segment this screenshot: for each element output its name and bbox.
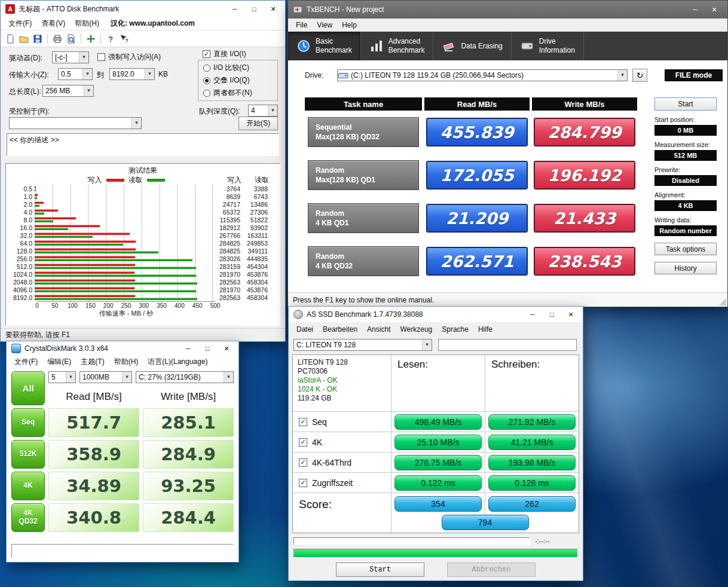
side-field-value: 0 MB <box>654 125 717 136</box>
tab-basic-benchmark[interactable]: BasicBenchmark <box>288 32 361 60</box>
cdm-menu-theme[interactable]: 主题(T) <box>77 356 108 368</box>
cdm-titlebar[interactable]: CrystalDiskMark 3.0.3 x64 ─ □ ✕ <box>7 341 238 356</box>
drive-select[interactable]: (C:) LITEON T9 128 119.24 GB (250,066,94… <box>337 69 628 81</box>
task-name-button[interactable]: Random4 KB QD1 <box>308 203 419 233</box>
asssd-maximize-button[interactable]: □ <box>542 309 561 320</box>
asssd-close-button[interactable]: ✕ <box>561 309 580 320</box>
transfer-from-select[interactable]: 0.5▼ <box>58 68 93 80</box>
write-value: 282563 <box>213 279 240 286</box>
atto-menu-view[interactable]: 查看(V) <box>37 17 69 30</box>
write-header[interactable]: Write MB/s <box>532 97 637 111</box>
cdm-all-button[interactable]: All <box>11 371 45 405</box>
transfer-to-select[interactable]: 8192.0▼ <box>109 68 155 80</box>
txbench-menu-file[interactable]: File <box>292 20 311 30</box>
read-header[interactable]: Read MB/s <box>424 97 530 111</box>
open-file-icon[interactable] <box>18 33 30 45</box>
read-bar <box>35 204 39 207</box>
controlled-by-select[interactable]: ▼ <box>9 117 142 129</box>
atto-titlebar[interactable]: A 无标题 - ATTO Disk Benchmark ─ □ ✕ <box>1 1 285 17</box>
help-icon[interactable]: ? <box>105 33 117 45</box>
write-value: 182912 <box>213 224 240 231</box>
tab-data-erasing[interactable]: Data Erasing <box>433 32 511 60</box>
asssd-menu-bearbeiten[interactable]: Bearbeiten <box>319 324 362 335</box>
test-checkbox[interactable]: ✓ <box>299 479 307 487</box>
test-count-select[interactable]: 5▼ <box>48 371 76 383</box>
print-preview-icon[interactable] <box>65 33 77 45</box>
txbench-titlebar[interactable]: TxBENCH - New project ─ ✕ <box>288 1 727 19</box>
asssd-menu-werkzeug[interactable]: Werkzeug <box>396 324 436 335</box>
print-icon[interactable] <box>51 33 63 45</box>
txbench-menu-view[interactable]: View <box>313 20 337 30</box>
cdm-test-button[interactable]: Seq <box>11 408 45 437</box>
neither-radio[interactable]: 两者都不(N) <box>203 88 273 98</box>
cdm-test-button[interactable]: 512K <box>11 440 45 469</box>
refresh-drives-button[interactable]: ↻ <box>632 69 647 82</box>
asssd-start-button[interactable]: Start <box>336 562 424 577</box>
pan-icon[interactable] <box>85 33 97 45</box>
cdm-test-button[interactable]: 4K <box>11 472 45 500</box>
description-text[interactable]: << 你的描述 >> <box>7 133 279 156</box>
cdm-menu-language[interactable]: 语言(L)(Language) <box>143 356 212 368</box>
context-help-icon[interactable]: ? <box>118 33 130 45</box>
cdm-test-button[interactable]: 4K QD32 <box>11 503 45 532</box>
txbench-status-text: Press the F1 key to show the online manu… <box>293 296 434 304</box>
read-bar <box>35 212 44 215</box>
history-button[interactable]: History <box>654 262 717 274</box>
atto-maximize-button[interactable]: □ <box>244 4 264 15</box>
force-write-checkbox[interactable]: 强制写入访问(A) <box>97 52 161 62</box>
test-checkbox[interactable]: ✓ <box>299 458 307 467</box>
asssd-drive-select[interactable]: C: LITEON T9 128▼ <box>293 339 432 351</box>
cdm-menu-file[interactable]: 文件(F) <box>10 356 42 368</box>
txbench-close-button[interactable]: ✕ <box>705 4 724 16</box>
toolbar-separator <box>100 34 101 44</box>
cdm-menu-edit[interactable]: 编辑(E) <box>43 356 75 368</box>
task-name-button[interactable]: SequentialMax(128 KB) QD32 <box>308 117 419 147</box>
atto-menu-help[interactable]: 帮助(H) <box>71 17 103 30</box>
atto-close-button[interactable]: ✕ <box>264 4 283 15</box>
overlapped-io-radio[interactable]: 交叠 I/O(Q) <box>203 75 273 85</box>
txbench-menu-help[interactable]: Help <box>338 20 361 30</box>
atto-controls-panel: 驱动器(D): [-c-]▼ 强制写入访问(A) 传输大小(Z): 0.5▼ 到… <box>1 47 285 133</box>
write-value: 281970 <box>213 271 240 278</box>
cdm-menu-help[interactable]: 帮助(H) <box>110 356 143 368</box>
test-checkbox[interactable]: ✓ <box>299 418 307 426</box>
save-icon[interactable] <box>32 33 44 45</box>
file-mode-button[interactable]: FILE mode <box>665 69 723 81</box>
asssd-empty-input[interactable] <box>438 339 577 351</box>
block-size-label: 32.0 <box>8 232 35 239</box>
queue-depth-select[interactable]: 4▼ <box>248 105 278 117</box>
drive-select[interactable]: [-c-]▼ <box>52 51 89 63</box>
asssd-menu-ansicht[interactable]: Ansicht <box>363 324 394 335</box>
atto-menu-file[interactable]: 文件(F) <box>4 17 36 30</box>
io-compare-radio[interactable]: I/O 比较(C) <box>203 63 273 73</box>
total-length-select[interactable]: 256 MB▼ <box>42 85 94 97</box>
task-name-header[interactable]: Task name <box>305 97 422 111</box>
cdm-comment-input[interactable] <box>11 544 234 558</box>
tab-advanced-benchmark[interactable]: AdvancedBenchmark <box>361 32 434 60</box>
description-box[interactable]: << 你的描述 >> <box>7 133 279 160</box>
test-checkbox[interactable]: ✓ <box>299 438 307 447</box>
side-field-value: 512 MB <box>654 150 717 161</box>
direct-io-checkbox[interactable]: ✓直接 I/O(I) <box>203 49 246 59</box>
cdm-close-button[interactable]: ✕ <box>217 343 236 354</box>
write-bar <box>35 295 135 297</box>
asssd-menu-hilfe[interactable]: Hilfe <box>474 324 497 335</box>
test-size-select[interactable]: 1000MB▼ <box>79 371 132 383</box>
atto-minimize-button[interactable]: ─ <box>225 4 244 15</box>
txbench-minimize-button[interactable]: ─ <box>686 4 705 16</box>
asssd-titlebar[interactable]: AS SSD Benchmark 1.7.4739.38088 ─ □ ✕ <box>289 307 583 322</box>
asssd-minimize-button[interactable]: ─ <box>523 309 542 320</box>
task-options-button[interactable]: Task options <box>654 243 717 255</box>
resize-grip[interactable] <box>719 298 726 305</box>
cdm-minimize-button[interactable]: ─ <box>179 343 198 354</box>
txbench-start-button[interactable]: Start <box>654 97 717 111</box>
new-file-icon[interactable] <box>4 33 16 45</box>
asssd-menu-sprache[interactable]: Sprache <box>438 324 473 335</box>
start-button[interactable]: 开始(S) <box>238 117 278 130</box>
cdm-maximize-button[interactable]: □ <box>198 343 217 354</box>
asssd-menu-datei[interactable]: Datei <box>292 324 317 335</box>
target-drive-select[interactable]: C: 27% (32/119GB)▼ <box>136 371 234 383</box>
task-name-button[interactable]: RandomMax(128 KB) QD1 <box>308 160 419 190</box>
task-name-button[interactable]: Random4 KB QD32 <box>308 246 419 276</box>
tab-drive-information[interactable]: DriveInformation <box>512 32 584 60</box>
